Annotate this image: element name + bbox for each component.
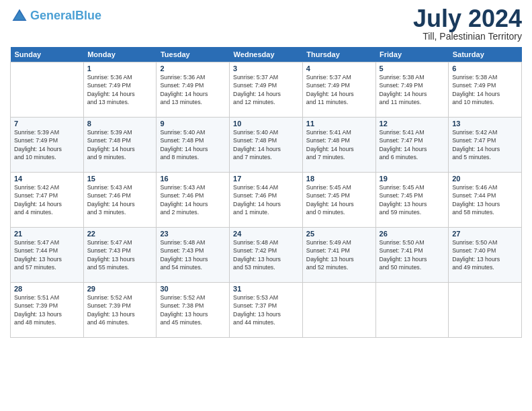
day-number: 14 <box>14 175 80 183</box>
calendar-cell: 4Sunrise: 5:37 AM Sunset: 7:49 PM Daylig… <box>302 62 375 118</box>
calendar-cell: 27Sunrise: 5:50 AM Sunset: 7:40 PM Dayli… <box>449 228 522 283</box>
day-info: Sunrise: 5:41 AM Sunset: 7:48 PM Dayligh… <box>306 128 372 161</box>
day-number: 22 <box>87 230 153 238</box>
calendar-week-row: 28Sunrise: 5:51 AM Sunset: 7:39 PM Dayli… <box>11 283 522 338</box>
day-number: 28 <box>14 285 80 293</box>
day-info: Sunrise: 5:47 AM Sunset: 7:43 PM Dayligh… <box>87 238 153 271</box>
day-number: 20 <box>452 175 518 183</box>
calendar-cell: 20Sunrise: 5:46 AM Sunset: 7:44 PM Dayli… <box>449 173 522 228</box>
day-info: Sunrise: 5:36 AM Sunset: 7:49 PM Dayligh… <box>160 73 226 106</box>
logo-icon <box>10 7 29 26</box>
day-number: 10 <box>233 120 299 128</box>
day-number: 9 <box>160 120 226 128</box>
day-number: 7 <box>14 120 80 128</box>
header: GeneralBlue July 2024 Till, Palestinian … <box>10 7 522 42</box>
day-info: Sunrise: 5:37 AM Sunset: 7:49 PM Dayligh… <box>306 73 372 106</box>
calendar-cell: 28Sunrise: 5:51 AM Sunset: 7:39 PM Dayli… <box>11 283 84 338</box>
calendar-cell: 16Sunrise: 5:43 AM Sunset: 7:46 PM Dayli… <box>157 173 230 228</box>
calendar-cell: 11Sunrise: 5:41 AM Sunset: 7:48 PM Dayli… <box>302 118 375 173</box>
calendar-cell: 23Sunrise: 5:48 AM Sunset: 7:43 PM Dayli… <box>157 228 230 283</box>
logo-line2: Blue <box>75 9 101 22</box>
calendar-cell: 24Sunrise: 5:48 AM Sunset: 7:42 PM Dayli… <box>230 228 303 283</box>
calendar-cell: 31Sunrise: 5:53 AM Sunset: 7:37 PM Dayli… <box>230 283 303 338</box>
calendar-cell: 29Sunrise: 5:52 AM Sunset: 7:39 PM Dayli… <box>83 283 157 338</box>
calendar-cell: 19Sunrise: 5:45 AM Sunset: 7:45 PM Dayli… <box>375 173 449 228</box>
day-info: Sunrise: 5:50 AM Sunset: 7:40 PM Dayligh… <box>452 238 518 271</box>
day-info: Sunrise: 5:42 AM Sunset: 7:47 PM Dayligh… <box>14 183 80 216</box>
calendar-cell: 10Sunrise: 5:40 AM Sunset: 7:48 PM Dayli… <box>230 118 303 173</box>
day-number: 13 <box>452 120 518 128</box>
calendar-cell: 3Sunrise: 5:37 AM Sunset: 7:49 PM Daylig… <box>230 62 303 118</box>
calendar-cell: 2Sunrise: 5:36 AM Sunset: 7:49 PM Daylig… <box>157 62 230 118</box>
logo: GeneralBlue <box>10 7 101 26</box>
day-info: Sunrise: 5:40 AM Sunset: 7:48 PM Dayligh… <box>233 128 299 161</box>
day-number: 19 <box>380 175 445 183</box>
day-info: Sunrise: 5:49 AM Sunset: 7:41 PM Dayligh… <box>306 238 372 271</box>
day-info: Sunrise: 5:51 AM Sunset: 7:39 PM Dayligh… <box>14 293 80 326</box>
day-number: 26 <box>380 230 445 238</box>
day-info: Sunrise: 5:38 AM Sunset: 7:49 PM Dayligh… <box>380 73 445 106</box>
day-info: Sunrise: 5:44 AM Sunset: 7:46 PM Dayligh… <box>233 183 299 216</box>
day-number: 24 <box>233 230 299 238</box>
calendar-cell <box>302 283 375 338</box>
day-info: Sunrise: 5:52 AM Sunset: 7:38 PM Dayligh… <box>160 293 226 326</box>
day-of-week-header: Friday <box>375 47 449 62</box>
day-of-week-header: Wednesday <box>230 47 303 62</box>
calendar-cell <box>449 283 522 338</box>
day-number: 16 <box>160 175 226 183</box>
day-of-week-header: Monday <box>83 47 157 62</box>
day-number: 1 <box>87 64 153 73</box>
day-info: Sunrise: 5:42 AM Sunset: 7:47 PM Dayligh… <box>452 128 518 161</box>
day-of-week-header: Tuesday <box>157 47 230 62</box>
calendar-cell: 21Sunrise: 5:47 AM Sunset: 7:44 PM Dayli… <box>11 228 84 283</box>
day-info: Sunrise: 5:43 AM Sunset: 7:46 PM Dayligh… <box>87 183 153 216</box>
calendar-cell: 13Sunrise: 5:42 AM Sunset: 7:47 PM Dayli… <box>449 118 522 173</box>
day-info: Sunrise: 5:50 AM Sunset: 7:41 PM Dayligh… <box>380 238 445 271</box>
calendar: SundayMondayTuesdayWednesdayThursdayFrid… <box>10 47 522 338</box>
day-info: Sunrise: 5:36 AM Sunset: 7:49 PM Dayligh… <box>87 73 153 106</box>
day-of-week-header: Thursday <box>302 47 375 62</box>
calendar-cell: 14Sunrise: 5:42 AM Sunset: 7:47 PM Dayli… <box>11 173 84 228</box>
day-number: 12 <box>380 120 445 128</box>
page: GeneralBlue July 2024 Till, Palestinian … <box>0 0 532 411</box>
calendar-week-row: 7Sunrise: 5:39 AM Sunset: 7:49 PM Daylig… <box>11 118 522 173</box>
day-info: Sunrise: 5:53 AM Sunset: 7:37 PM Dayligh… <box>233 293 299 326</box>
month-year: July 2024 <box>413 7 522 31</box>
logo-text: GeneralBlue <box>30 9 101 23</box>
day-number: 25 <box>306 230 372 238</box>
calendar-week-row: 1Sunrise: 5:36 AM Sunset: 7:49 PM Daylig… <box>11 62 522 118</box>
calendar-cell: 8Sunrise: 5:39 AM Sunset: 7:48 PM Daylig… <box>83 118 157 173</box>
day-number: 18 <box>306 175 372 183</box>
location: Till, Palestinian Territory <box>413 31 522 42</box>
day-of-week-header: Sunday <box>11 47 84 62</box>
calendar-cell: 22Sunrise: 5:47 AM Sunset: 7:43 PM Dayli… <box>83 228 157 283</box>
day-info: Sunrise: 5:48 AM Sunset: 7:42 PM Dayligh… <box>233 238 299 271</box>
calendar-cell <box>11 62 84 118</box>
day-number: 8 <box>87 120 153 128</box>
day-number: 29 <box>87 285 153 293</box>
day-info: Sunrise: 5:43 AM Sunset: 7:46 PM Dayligh… <box>160 183 226 216</box>
day-info: Sunrise: 5:37 AM Sunset: 7:49 PM Dayligh… <box>233 73 299 106</box>
calendar-cell: 6Sunrise: 5:38 AM Sunset: 7:49 PM Daylig… <box>449 62 522 118</box>
day-info: Sunrise: 5:39 AM Sunset: 7:49 PM Dayligh… <box>14 128 80 161</box>
day-number: 30 <box>160 285 226 293</box>
logo-line1: General <box>30 9 75 22</box>
calendar-cell <box>375 283 449 338</box>
day-info: Sunrise: 5:52 AM Sunset: 7:39 PM Dayligh… <box>87 293 153 326</box>
day-info: Sunrise: 5:47 AM Sunset: 7:44 PM Dayligh… <box>14 238 80 271</box>
day-info: Sunrise: 5:41 AM Sunset: 7:47 PM Dayligh… <box>380 128 445 161</box>
title-area: July 2024 Till, Palestinian Territory <box>413 7 522 42</box>
calendar-cell: 25Sunrise: 5:49 AM Sunset: 7:41 PM Dayli… <box>302 228 375 283</box>
calendar-cell: 1Sunrise: 5:36 AM Sunset: 7:49 PM Daylig… <box>83 62 157 118</box>
day-number: 17 <box>233 175 299 183</box>
day-info: Sunrise: 5:48 AM Sunset: 7:43 PM Dayligh… <box>160 238 226 271</box>
calendar-cell: 12Sunrise: 5:41 AM Sunset: 7:47 PM Dayli… <box>375 118 449 173</box>
calendar-cell: 15Sunrise: 5:43 AM Sunset: 7:46 PM Dayli… <box>83 173 157 228</box>
calendar-cell: 30Sunrise: 5:52 AM Sunset: 7:38 PM Dayli… <box>157 283 230 338</box>
day-info: Sunrise: 5:45 AM Sunset: 7:45 PM Dayligh… <box>306 183 372 216</box>
calendar-cell: 26Sunrise: 5:50 AM Sunset: 7:41 PM Dayli… <box>375 228 449 283</box>
day-number: 15 <box>87 175 153 183</box>
day-number: 3 <box>233 64 299 73</box>
day-number: 27 <box>452 230 518 238</box>
day-number: 2 <box>160 64 226 73</box>
